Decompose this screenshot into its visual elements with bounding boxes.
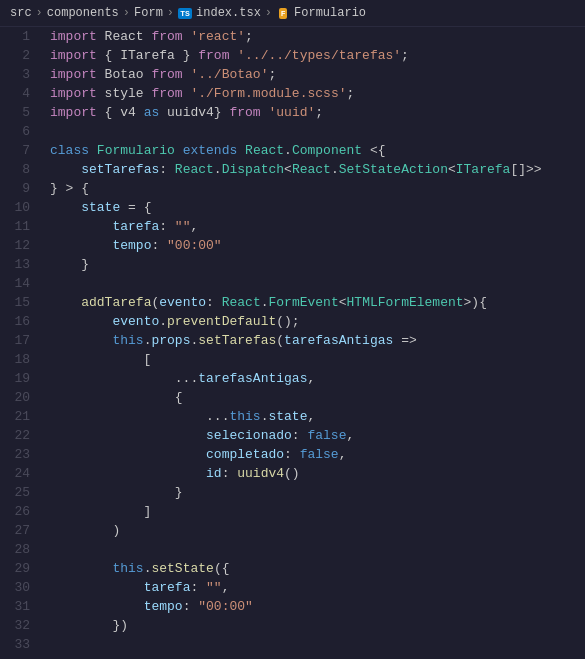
token-kw: extends	[183, 143, 238, 158]
token-plain: ,	[339, 447, 347, 462]
breadcrumb-src[interactable]: src	[10, 6, 32, 20]
code-line: import React from 'react';	[50, 27, 577, 46]
line-number: 3	[8, 65, 30, 84]
code-line: )	[50, 521, 577, 540]
token-str: '../../types/tarefas'	[237, 48, 401, 63]
line-number: 23	[8, 445, 30, 464]
line-number: 4	[8, 84, 30, 103]
token-plain: ...	[50, 371, 198, 386]
code-line	[50, 122, 577, 141]
token-plain: .	[284, 143, 292, 158]
line-number: 26	[8, 502, 30, 521]
token-fn: setTarefas	[198, 333, 276, 348]
token-plain: ,	[346, 428, 354, 443]
token-plain: })	[50, 618, 128, 633]
token-prop: completado	[206, 447, 284, 462]
token-prop: tempo	[112, 238, 151, 253]
token-prop: state	[81, 200, 120, 215]
code-line: [	[50, 350, 577, 369]
line-number: 6	[8, 122, 30, 141]
breadcrumb-formulario[interactable]: Formulario	[294, 6, 366, 20]
token-var: tarefasAntigas	[198, 371, 307, 386]
token-cl: React	[245, 143, 284, 158]
code-line: import style from './Form.module.scss';	[50, 84, 577, 103]
token-plain: <	[339, 295, 347, 310]
token-plain	[50, 466, 206, 481]
line-number: 5	[8, 103, 30, 122]
code-line: class Formulario extends React.Component…	[50, 141, 577, 160]
token-var: tarefasAntigas	[284, 333, 393, 348]
code-line: ...this.state,	[50, 407, 577, 426]
token-plain: []>>	[510, 162, 541, 177]
code-content[interactable]: import React from 'react';import { ITare…	[42, 27, 585, 656]
token-plain: style	[97, 86, 152, 101]
code-line: } > {	[50, 179, 577, 198]
line-number: 28	[8, 540, 30, 559]
token-plain	[50, 580, 144, 595]
token-str: './Form.module.scss'	[190, 86, 346, 101]
line-number: 31	[8, 597, 30, 616]
token-bool: false	[300, 447, 339, 462]
token-plain: ]	[50, 504, 151, 519]
line-number: 30	[8, 578, 30, 597]
token-fn: preventDefault	[167, 314, 276, 329]
token-plain: ;	[315, 105, 323, 120]
token-plain	[237, 143, 245, 158]
line-number: 32	[8, 616, 30, 635]
token-plain: :	[159, 219, 175, 234]
token-kw2: import	[50, 48, 97, 63]
line-number: 29	[8, 559, 30, 578]
breadcrumb-components[interactable]: components	[47, 6, 119, 20]
code-line: tempo: "00:00"	[50, 236, 577, 255]
token-cl: ITarefa	[456, 162, 511, 177]
line-number: 13	[8, 255, 30, 274]
token-plain: ,	[222, 580, 230, 595]
token-plain: <{	[362, 143, 385, 158]
code-line	[50, 635, 577, 654]
token-cl: Formulario	[97, 143, 175, 158]
token-cl: Dispatch	[222, 162, 284, 177]
token-cl: React	[222, 295, 261, 310]
breadcrumb-indextsx[interactable]: index.tsx	[196, 6, 261, 20]
editor-area: 1234567891011121314151617181920212223242…	[0, 27, 585, 656]
token-this-kw: this	[112, 561, 143, 576]
token-plain: =>	[393, 333, 416, 348]
token-plain	[50, 599, 144, 614]
breadcrumb-form[interactable]: Form	[134, 6, 163, 20]
token-kw2: from	[151, 86, 182, 101]
code-line	[50, 274, 577, 293]
token-plain: }	[50, 257, 89, 272]
code-line: tarefa: "",	[50, 217, 577, 236]
line-number: 27	[8, 521, 30, 540]
token-plain: (	[276, 333, 284, 348]
token-plain: )	[50, 523, 120, 538]
line-number: 15	[8, 293, 30, 312]
token-plain: }	[50, 485, 183, 500]
breadcrumb-form-icon: F	[276, 6, 290, 20]
code-line: {	[50, 388, 577, 407]
token-prop: tarefa	[144, 580, 191, 595]
token-plain: .	[331, 162, 339, 177]
token-plain: :	[206, 295, 222, 310]
token-cl: HTMLFormElement	[347, 295, 464, 310]
token-var: evento	[112, 314, 159, 329]
code-line: import Botao from '../Botao';	[50, 65, 577, 84]
token-prop: setTarefas	[81, 162, 159, 177]
token-kw2: import	[50, 29, 97, 44]
breadcrumb-bar: src › components › Form › TS index.tsx ›…	[0, 0, 585, 27]
line-number: 16	[8, 312, 30, 331]
token-plain: :	[222, 466, 238, 481]
token-plain: uuidv4}	[159, 105, 229, 120]
token-cl: React	[175, 162, 214, 177]
code-line: id: uuidv4()	[50, 464, 577, 483]
token-kw2: from	[198, 48, 229, 63]
line-number: 1	[8, 27, 30, 46]
token-cl: Component	[292, 143, 362, 158]
line-number: 8	[8, 160, 30, 179]
token-plain: <	[448, 162, 456, 177]
token-plain: >){	[464, 295, 487, 310]
token-plain: ,	[190, 219, 198, 234]
line-number: 25	[8, 483, 30, 502]
line-number: 33	[8, 635, 30, 654]
breadcrumb-tsx-icon: TS	[178, 6, 192, 20]
